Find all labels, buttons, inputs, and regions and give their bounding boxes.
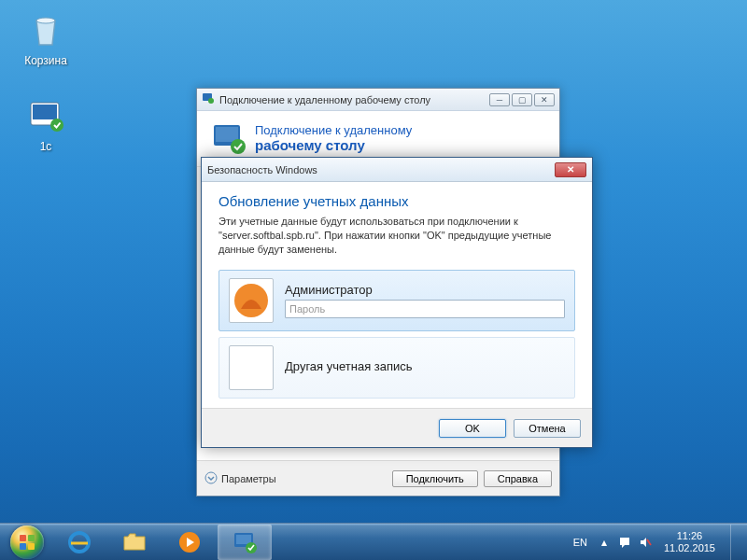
security-heading: Обновление учетных данных [218,193,575,209]
svg-point-9 [205,472,217,483]
svg-rect-7 [216,127,238,142]
security-body: Обновление учетных данных Эти учетные да… [202,182,592,412]
clock-date: 11.02.2015 [664,542,715,553]
taskbar-item-wmp[interactable] [162,525,217,560]
credential-name: Другая учетная запись [285,359,565,373]
svg-rect-13 [28,535,35,541]
desktop-icon-label: Корзина [11,54,80,67]
volume-icon[interactable] [638,535,653,550]
rdp-icon [231,528,259,556]
taskbar-item-explorer[interactable] [107,525,162,560]
taskbar: EN ▴ 11:26 11.02.2015 [0,523,747,560]
tray-chevron-icon[interactable]: ▴ [597,535,612,550]
cancel-button[interactable]: Отмена [514,419,581,438]
rdp-window-title: Подключение к удаленному рабочему столу [219,94,485,105]
security-dialog: Безопасность Windows ✕ Обновление учетны… [201,157,593,448]
show-desktop-button[interactable] [730,525,741,560]
rdp-titlebar[interactable]: Подключение к удаленному рабочему столу … [197,89,559,111]
language-indicator[interactable]: EN [570,535,591,550]
recycle-bin-icon [23,7,68,52]
expand-down-icon [204,471,218,486]
rdp-footer: Параметры Подключить Справка [197,460,559,496]
close-button[interactable]: ✕ [555,162,586,177]
svg-rect-2 [33,105,57,119]
avatar [229,278,274,323]
credential-other-account[interactable]: Другая учетная запись [218,337,575,399]
windows-logo-icon [10,525,44,559]
system-tray: EN ▴ 11:26 11.02.2015 [570,524,747,560]
media-player-icon [176,529,203,555]
security-dialog-title: Безопасность Windows [207,164,555,175]
rdp-connect-button[interactable]: Подключить [392,470,478,487]
avatar-blank [229,345,274,390]
svg-rect-14 [20,543,26,550]
app-1c-icon [23,93,68,138]
desktop-icon-recycle-bin[interactable]: Корзина [11,7,80,67]
rdp-icon [202,91,215,108]
svg-point-8 [231,139,246,154]
rdp-options-toggle[interactable]: Параметры [204,471,276,486]
svg-rect-19 [236,535,251,544]
credential-name: Администратор [285,283,565,297]
credential-list: Администратор Другая учетная запись [218,270,575,399]
taskbar-item-ie[interactable] [52,525,106,560]
maximize-button[interactable]: ▢ [512,93,532,106]
svg-point-5 [208,98,214,104]
ok-button[interactable]: OK [439,419,506,438]
minimize-button[interactable]: ─ [489,93,510,106]
desktop-icon-1c[interactable]: 1c [11,93,80,153]
start-button[interactable] [2,524,52,561]
folder-icon [121,529,148,555]
desktop-icon-label: 1c [11,140,80,153]
svg-point-0 [36,18,55,23]
security-titlebar[interactable]: Безопасность Windows ✕ [202,158,592,182]
credential-administrator[interactable]: Администратор [218,270,575,331]
security-description: Эти учетные данные будут использоваться … [218,215,575,257]
rdp-help-button[interactable]: Справка [484,470,552,487]
rdp-header-line1: Подключение к удаленному [255,123,412,138]
taskbar-item-rdp[interactable] [218,525,272,560]
action-center-icon[interactable] [617,535,632,550]
svg-rect-12 [20,535,26,541]
rdp-header-line2: рабочему столу [255,137,412,154]
ie-icon [66,529,92,555]
rdp-header-icon [210,120,247,158]
svg-rect-15 [28,543,35,550]
close-button[interactable]: ✕ [534,93,555,106]
svg-line-21 [647,539,651,545]
clock[interactable]: 11:26 11.02.2015 [658,530,721,553]
svg-point-3 [50,119,63,132]
password-input[interactable] [285,300,565,318]
rdp-options-label: Параметры [221,473,276,484]
clock-time: 11:26 [664,530,715,541]
taskbar-items [52,524,272,560]
security-footer: OK Отмена [202,408,592,447]
